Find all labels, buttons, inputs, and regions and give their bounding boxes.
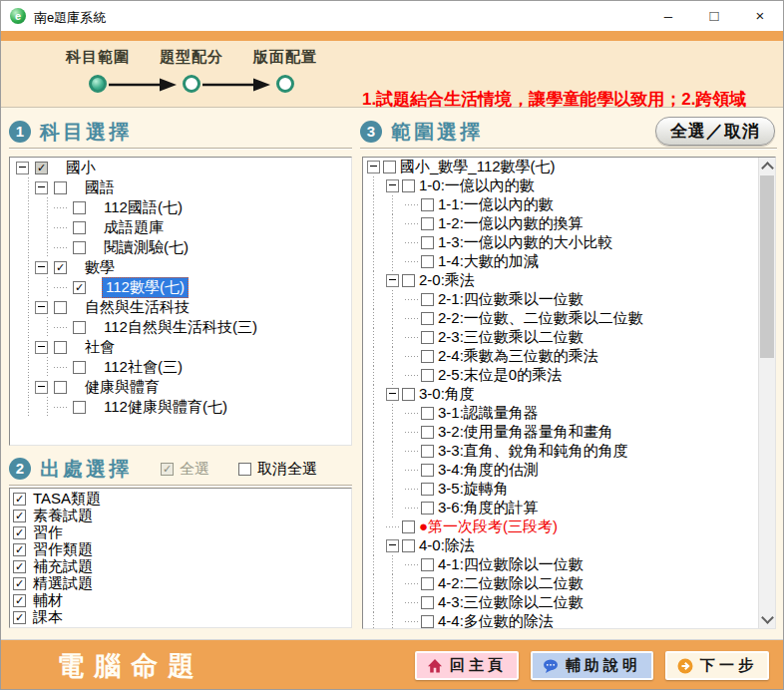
tree-item-label[interactable]: 數學 (83, 258, 117, 277)
tree-item-label[interactable]: 1-4:大數的加減 (436, 252, 541, 271)
tree-item[interactable]: 健康與體育 (10, 377, 351, 397)
checkbox[interactable] (421, 293, 434, 306)
tree-item[interactable]: 1-0:一億以內的數 (363, 176, 758, 195)
tree-item-label[interactable]: 國語 (83, 178, 117, 197)
checkbox[interactable] (421, 445, 434, 458)
tree-item-label[interactable]: 4-0:除法 (417, 536, 477, 555)
scrollbar-thumb[interactable] (760, 175, 774, 358)
tree-item[interactable]: 2-0:乘法 (363, 271, 758, 290)
home-button[interactable]: 回主頁 (415, 651, 519, 680)
scrollbar-down-button[interactable] (759, 611, 775, 628)
tree-expander-icon[interactable] (367, 161, 380, 173)
tree-item[interactable]: 1-1:一億以內的數 (363, 195, 758, 214)
checkbox[interactable] (421, 596, 434, 609)
tree-item-label[interactable]: 1-2:一億以內數的換算 (436, 214, 586, 233)
tree-expander-icon[interactable] (35, 181, 48, 194)
tree-item[interactable]: 112數學(七) (10, 277, 351, 297)
deselect-all-label[interactable]: 取消全選 (257, 460, 317, 479)
tree-item-label[interactable]: 國小 (64, 159, 98, 177)
tree-item[interactable]: 數學 (10, 257, 351, 277)
checkbox[interactable] (54, 381, 67, 394)
help-button[interactable]: 輔助說明 (531, 651, 653, 680)
checkbox[interactable] (13, 510, 26, 522)
tree-item[interactable]: 4-1:四位數除以一位數 (363, 555, 758, 574)
checkbox[interactable] (35, 162, 48, 174)
list-item[interactable]: 課本 (10, 609, 351, 626)
checkbox[interactable] (73, 221, 86, 234)
checkbox[interactable] (73, 201, 86, 214)
checkbox[interactable] (402, 274, 415, 287)
tree-item[interactable]: 自然與生活科技 (10, 297, 351, 317)
next-step-button[interactable]: 下一步 (665, 651, 769, 680)
scrollbar-track[interactable] (758, 158, 775, 628)
checkbox[interactable] (73, 241, 86, 254)
list-item[interactable]: 習作 (10, 524, 351, 541)
checkbox[interactable] (54, 341, 67, 354)
tree-expander-icon[interactable] (35, 301, 48, 314)
checkbox[interactable] (421, 502, 434, 515)
maximize-button[interactable]: □ (691, 1, 737, 31)
checkbox[interactable] (73, 401, 86, 414)
tree-item[interactable]: 3-5:旋轉角 (363, 480, 758, 499)
tree-item-label[interactable]: 閱讀測驗(七) (102, 238, 191, 257)
tree-expander-icon[interactable] (386, 388, 399, 401)
checkbox[interactable] (421, 426, 434, 439)
tree-item-label[interactable]: 4-1:四位數除以一位數 (436, 555, 586, 574)
tree-item[interactable]: 國小_數學_112數學(七) (363, 158, 758, 176)
tree-item-label[interactable]: 3-5:旋轉角 (436, 480, 511, 499)
tree-expander-icon[interactable] (386, 274, 399, 287)
tree-item[interactable]: 2-2:一位數、二位數乘以二位數 (363, 309, 758, 328)
checkbox[interactable] (421, 369, 434, 382)
tree-item-label[interactable]: 健康與體育 (83, 378, 162, 397)
checkbox[interactable] (402, 179, 415, 192)
tree-item-label[interactable]: 2-2:一位數、二位數乘以二位數 (436, 309, 645, 328)
checkbox[interactable] (383, 161, 396, 173)
checkbox[interactable] (13, 493, 26, 506)
tree-item[interactable]: 國語 (10, 177, 351, 197)
tree-item[interactable]: 112健康與體育(七) (10, 397, 351, 417)
tree-item-label[interactable]: 國小_數學_112數學(七) (398, 158, 558, 176)
tree-item-label[interactable]: 1-1:一億以內的數 (436, 195, 556, 214)
tree-item[interactable]: 3-4:角度的估測 (363, 461, 758, 480)
tree-item-label[interactable]: 112自然與生活科技(三) (102, 318, 259, 337)
checkbox[interactable] (421, 217, 434, 230)
tree-item[interactable]: 1-4:大數的加減 (363, 252, 758, 271)
tree-item[interactable]: 1-3:一億以內數的大小比較 (363, 233, 758, 252)
close-button[interactable]: × (737, 1, 783, 31)
tree-item[interactable]: 國小 (10, 158, 351, 177)
checkbox[interactable] (73, 321, 86, 334)
checkbox[interactable] (54, 301, 67, 314)
tree-expander-icon[interactable] (35, 381, 48, 394)
tree-item[interactable]: 4-3:三位數除以二位數 (363, 593, 758, 612)
tree-expander-icon[interactable] (35, 341, 48, 354)
checkbox[interactable] (402, 388, 415, 401)
checkbox[interactable] (73, 361, 86, 374)
tree-item-label[interactable]: 112社會(三) (102, 358, 185, 377)
tree-item-label[interactable]: 3-0:角度 (417, 385, 477, 404)
tree-item-label[interactable]: 1-0:一億以內的數 (417, 176, 537, 195)
tree-item[interactable]: 112社會(三) (10, 357, 351, 377)
tree-expander-icon[interactable] (16, 162, 29, 174)
list-item[interactable]: 補充試題 (10, 558, 351, 575)
list-item[interactable]: 習作類題 (10, 541, 351, 558)
checkbox[interactable] (421, 331, 434, 344)
select-toggle-button[interactable]: 全選／取消 (655, 117, 775, 146)
checkbox[interactable] (54, 181, 67, 194)
checkbox[interactable] (73, 281, 86, 294)
tree-item-label[interactable]: 3-2:使用量角器量角和畫角 (436, 423, 615, 442)
checkbox[interactable] (421, 407, 434, 420)
tree-item-label[interactable]: 4-4:多位數的除法 (436, 612, 556, 628)
tree-expander-icon[interactable] (386, 179, 399, 192)
scrollbar-up-button[interactable] (759, 158, 775, 174)
deselect-all-checkbox[interactable] (238, 463, 251, 476)
tree-item-label[interactable]: 112數學(七) (102, 277, 189, 298)
checkbox[interactable] (421, 198, 434, 211)
tree-item-label[interactable]: 112國語(七) (102, 198, 185, 217)
tree-expander-icon[interactable] (386, 539, 399, 552)
checkbox[interactable] (13, 611, 26, 624)
tree-item-label[interactable]: 成語題庫 (102, 218, 166, 237)
tree-item-label[interactable]: 3-4:角度的估測 (436, 461, 541, 480)
select-all-label[interactable]: 全選 (180, 460, 209, 479)
checkbox[interactable] (421, 483, 434, 496)
tree-item[interactable]: 3-0:角度 (363, 385, 758, 404)
